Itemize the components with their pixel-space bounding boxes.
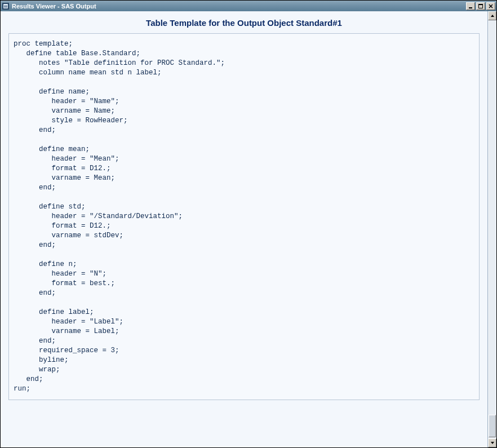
scroll-track[interactable]: [488, 20, 496, 438]
client-area: Table Template for the Output Object Sta…: [1, 11, 496, 447]
scroll-thumb[interactable]: [489, 415, 496, 437]
vertical-scrollbar[interactable]: [487, 11, 496, 447]
svg-rect-3: [4, 7, 7, 7]
titlebar[interactable]: Results Viewer - SAS Output: [1, 1, 496, 11]
close-button[interactable]: [486, 2, 495, 10]
scroll-up-button[interactable]: [488, 11, 496, 20]
svg-rect-2: [4, 6, 7, 6]
minimize-button[interactable]: [466, 2, 475, 10]
svg-marker-9: [491, 15, 494, 17]
window-title: Results Viewer - SAS Output: [12, 3, 465, 10]
svg-rect-6: [478, 4, 483, 5]
maximize-button[interactable]: [476, 2, 485, 10]
code-block: proc template; define table Base.Standar…: [14, 39, 474, 394]
app-icon: [2, 2, 10, 10]
scroll-down-button[interactable]: [488, 438, 496, 447]
svg-marker-10: [491, 442, 494, 444]
code-frame: proc template; define table Base.Standar…: [8, 33, 480, 400]
content-area: Table Template for the Output Object Sta…: [1, 11, 487, 447]
window-controls: [465, 2, 495, 10]
page-title: Table Template for the Output Object Sta…: [6, 18, 482, 28]
results-viewer-window: Results Viewer - SAS Output Table Templa…: [0, 0, 497, 448]
svg-rect-4: [469, 7, 472, 8]
